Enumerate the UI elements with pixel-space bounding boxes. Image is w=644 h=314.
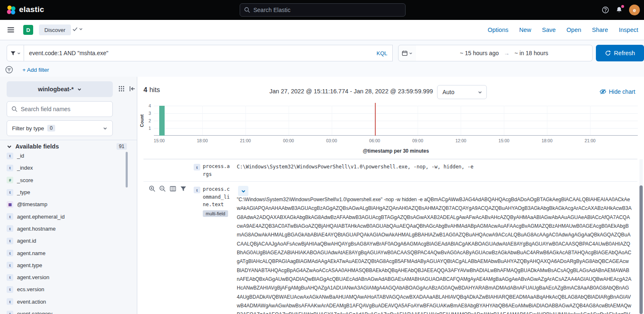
multi-field-badge: multi-field [203, 210, 228, 217]
field-list-item[interactable]: t agent.version [0, 271, 125, 283]
query-language-button[interactable]: KQL [377, 50, 387, 56]
calendar-icon [402, 50, 408, 56]
field-type-icon: t [7, 189, 13, 196]
field-list-item[interactable]: t event.category [0, 308, 125, 314]
chart-gridline-v [332, 106, 332, 136]
saved-search-menu[interactable] [72, 26, 83, 32]
menu-hamburger-icon[interactable] [7, 26, 15, 34]
collapse-sidebar-icon[interactable] [129, 85, 136, 92]
query-input[interactable]: event.code:1 AND "mshta.exe" KQL [24, 45, 393, 61]
chevron-down-icon [241, 189, 246, 194]
hide-chart-label: Hide chart [609, 88, 635, 95]
chevron-down-icon [478, 90, 482, 95]
time-range-picker: ~ 15 hours ago → ~ in 18 hours [416, 45, 593, 61]
elastic-logo-icon[interactable] [6, 5, 17, 15]
available-fields-label: Available fields [15, 143, 59, 150]
date-quick-select-button[interactable] [398, 45, 416, 61]
x-axis-tick-label: 21:00 [585, 138, 595, 143]
field-type-icon: t [7, 238, 13, 244]
field-list-item[interactable]: t agent.hostname [0, 223, 125, 235]
field-list-item[interactable]: t ecs.version [0, 283, 125, 295]
nav-action-link[interactable]: Open [566, 27, 581, 33]
filter-for-field-present-icon[interactable] [180, 185, 187, 192]
chart-gridline-v [245, 106, 246, 136]
field-name: @timestamp [17, 201, 47, 207]
space-badge[interactable]: D [23, 25, 33, 35]
nav-action-link[interactable]: New [519, 27, 531, 33]
chevron-down-icon [77, 87, 82, 92]
doc-field-value: C:\Windows\System32\WindowsPowerShell\v1… [237, 163, 629, 170]
index-pattern-switcher[interactable]: winlogbeat-* [7, 81, 113, 97]
chart-gridline-v [202, 106, 203, 136]
breadcrumb[interactable]: Discover [39, 24, 71, 35]
toggle-column-icon[interactable] [170, 185, 176, 192]
interval-value: Auto [442, 89, 454, 95]
filter-for-value-icon[interactable] [149, 185, 156, 192]
x-axis-tick-label: 03:00 [326, 138, 337, 143]
field-list-item[interactable]: t agent.id [0, 235, 125, 247]
discover-main-panel: 4hits Jan 27, 2022 @ 15:11:16.774 - Jan … [137, 77, 644, 314]
histogram-bar[interactable] [159, 106, 165, 136]
field-name: agent.version [17, 274, 49, 280]
field-list-item[interactable]: t _index [0, 162, 125, 174]
saved-query-menu-button[interactable] [7, 45, 24, 61]
field-type-icon: # [7, 177, 13, 183]
collapse-value-button[interactable] [238, 186, 248, 196]
field-type-icon: t [7, 311, 13, 314]
field-name: agent.hostname [17, 226, 56, 232]
table-scrollbar-thumb[interactable] [639, 185, 643, 314]
nav-action-link[interactable]: Options [488, 27, 508, 33]
filter-by-type-select[interactable]: Filter by type 0 [7, 120, 113, 136]
y-axis-tick-label: 1 [148, 126, 151, 131]
field-name: agent.id [17, 238, 36, 244]
field-list-item[interactable]: t agent.name [0, 247, 125, 259]
global-search-input[interactable]: Search Elastic [240, 3, 406, 17]
help-icon[interactable] [602, 6, 609, 14]
nav-action-link[interactable]: Share [592, 27, 608, 33]
time-marker-line [375, 103, 376, 136]
refresh-button[interactable]: Refresh [596, 45, 644, 61]
histogram-plot[interactable]: 123415:0018:0021:0000:0003:0006:0009:001… [154, 106, 638, 136]
hide-chart-button[interactable]: Hide chart [600, 88, 635, 95]
field-type-icon: t [194, 187, 200, 193]
app-navbar: D Discover Options New Save Open Share I… [0, 20, 644, 40]
chevron-down-icon [79, 27, 83, 31]
field-list-item[interactable]: t _id [0, 150, 125, 162]
search-icon [244, 7, 250, 13]
field-list-item[interactable]: ▦ @timestamp [0, 198, 125, 210]
brand-name: elastic [19, 5, 44, 14]
chart-gridline-h [154, 128, 638, 129]
field-list-item[interactable]: t _type [0, 186, 125, 198]
user-avatar[interactable]: e [629, 5, 640, 15]
field-list-item[interactable]: t agent.type [0, 259, 125, 271]
available-fields-header[interactable]: Available fields 91 [7, 143, 127, 150]
field-name: agent.type [17, 262, 42, 268]
x-axis-tick-label: 18:00 [542, 138, 552, 143]
field-options-icon[interactable] [118, 85, 125, 92]
nav-action-link[interactable]: Inspect [619, 27, 638, 33]
time-range-start[interactable]: ~ 15 hours ago [460, 50, 499, 56]
filter-settings-icon[interactable] [5, 66, 13, 74]
field-list-item[interactable]: t event.action [0, 296, 125, 308]
add-filter-button[interactable]: + Add filter [22, 67, 49, 73]
field-type-icon: t [7, 153, 13, 159]
x-axis-tick-label: 09:00 [412, 138, 423, 143]
chart-gridline-v [547, 106, 547, 136]
field-search-input[interactable]: Search field names [7, 101, 113, 117]
field-name: agent.ephemeral_id [17, 214, 65, 220]
available-fields-count-badge: 91 [117, 143, 127, 150]
x-axis-tick-label: 18:00 [197, 138, 208, 143]
field-list-item[interactable]: t agent.ephemeral_id [0, 210, 125, 222]
field-list-item[interactable]: # _score [0, 174, 125, 186]
time-range-end[interactable]: ~ in 18 hours [515, 50, 548, 56]
nav-action-link[interactable]: Save [542, 27, 556, 33]
notifications-bell-icon[interactable] [615, 6, 623, 14]
chart-gridline-h [154, 121, 638, 121]
global-header: elastic Search Elastic e [0, 0, 644, 20]
doc-field-name: process.args [203, 163, 232, 178]
sidebar-scrollbar-thumb[interactable] [126, 152, 128, 187]
histogram-interval-select[interactable]: Auto [437, 85, 487, 99]
x-axis-tick-label: 15:00 [154, 138, 165, 143]
x-axis-tick-label: 15:00 [498, 138, 509, 143]
filter-out-value-icon[interactable] [159, 185, 166, 192]
